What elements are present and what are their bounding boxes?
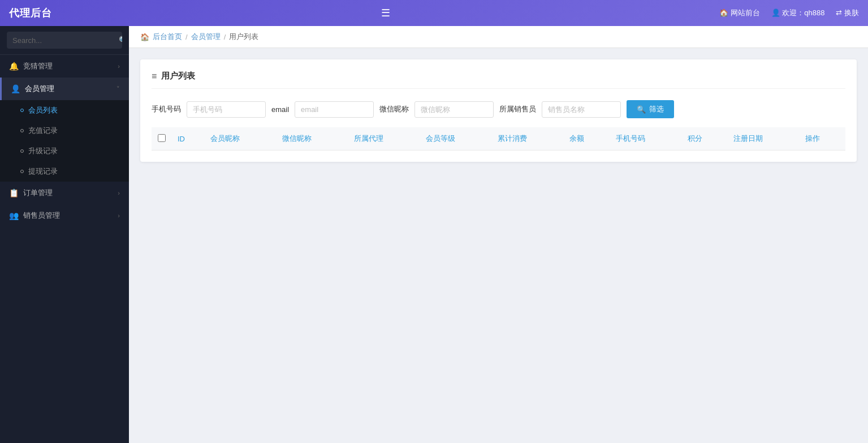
page-content: ≡ 用户列表 手机号码 email 微信昵称 所属销售员 🔍 筛选 (129, 48, 868, 443)
dot-icon (20, 129, 24, 132)
col-total-consumption: 累计消费 (492, 127, 564, 150)
sidebar-item-xiaoshou[interactable]: 👥 销售员管理 › (0, 204, 129, 227)
phone-input[interactable] (187, 101, 266, 118)
sidebar-item-dingdan[interactable]: 📋 订单管理 › (0, 182, 129, 204)
salesperson-icon: 👥 (9, 211, 19, 220)
sidebar-label-jingsai: 竞猜管理 (23, 61, 53, 71)
sidebar-label-chongzhi: 充值记录 (28, 126, 58, 136)
sidebar: 🔍 🔔 竞猜管理 › 👤 会员管理 ˅ 会员列表 (0, 26, 129, 443)
col-phone: 手机号码 (610, 127, 682, 150)
breadcrumb-current: 用户列表 (229, 32, 258, 42)
content-area: 🏠 后台首页 / 会员管理 / 用户列表 ≡ 用户列表 手机号码 email (129, 26, 868, 443)
chevron-down-icon: ˅ (116, 85, 120, 93)
filter-row: 手机号码 email 微信昵称 所属销售员 🔍 筛选 (152, 100, 845, 118)
email-input[interactable] (295, 101, 374, 118)
breadcrumb: 🏠 后台首页 / 会员管理 / 用户列表 (129, 26, 868, 48)
sidebar-item-chongzhi[interactable]: 充值记录 (0, 121, 129, 141)
sidebar-label-xiaoshou: 销售员管理 (23, 210, 60, 221)
col-checkbox (152, 127, 172, 150)
breadcrumb-sep-1: / (185, 33, 188, 41)
sidebar-label-huiyuan: 会员管理 (25, 84, 54, 94)
user-welcome: 👤 欢迎：qh888 (771, 8, 825, 18)
user-icon: 👤 (11, 84, 20, 93)
breadcrumb-parent-link[interactable]: 会员管理 (191, 32, 221, 42)
phone-label: 手机号码 (152, 104, 181, 114)
card-title: ≡ 用户列表 (152, 71, 845, 89)
seller-input[interactable] (542, 101, 621, 118)
dot-icon (20, 109, 24, 112)
col-actions: 操作 (800, 127, 845, 150)
breadcrumb-home-icon: 🏠 (140, 33, 149, 41)
chevron-right-icon-2: › (118, 190, 120, 196)
sidebar-label-shengji: 升级记录 (28, 146, 58, 156)
sidebar-label-dingdan: 订单管理 (23, 188, 53, 198)
col-register-date: 注册日期 (728, 127, 800, 150)
switch-skin-button[interactable]: ⇄ 换肤 (836, 8, 859, 18)
sidebar-item-huiyuan[interactable]: 👤 会员管理 ˅ (0, 78, 129, 100)
filter-btn-label: 筛选 (649, 104, 664, 114)
email-label: email (271, 105, 289, 114)
search-icon: 🔍 (637, 105, 646, 114)
col-balance: 余额 (564, 127, 610, 150)
col-id: ID (172, 127, 205, 150)
table-wrap: ID 会员昵称 微信昵称 所属代理 会员等级 累计消费 余额 手机号码 积分 注… (152, 127, 845, 150)
wechat-label: 微信昵称 (379, 104, 409, 114)
dot-icon (20, 149, 24, 153)
sidebar-label-huiyuan-list: 会员列表 (28, 105, 58, 115)
sidebar-item-tixian[interactable]: 提现记录 (0, 161, 129, 182)
breadcrumb-sep-2: / (224, 33, 226, 41)
breadcrumb-home-link[interactable]: 后台首页 (153, 32, 182, 42)
dot-icon (20, 170, 24, 173)
sidebar-item-shengji[interactable]: 升级记录 (0, 141, 129, 161)
order-icon: 📋 (9, 188, 19, 197)
page-title: 用户列表 (161, 71, 195, 81)
chevron-right-icon: › (118, 63, 120, 70)
search-button[interactable]: 🔍 (113, 32, 122, 49)
sidebar-search-container: 🔍 (0, 26, 129, 55)
filter-button[interactable]: 🔍 筛选 (627, 100, 674, 118)
sidebar-item-jingsai[interactable]: 🔔 竞猜管理 › (0, 55, 129, 78)
col-affiliated-agent: 所属代理 (348, 127, 420, 150)
col-member-level: 会员等级 (420, 127, 492, 150)
select-all-checkbox[interactable] (158, 134, 166, 142)
app-logo: 代理后台 (9, 6, 52, 20)
seller-label: 所属销售员 (499, 104, 536, 114)
bell-icon: 🔔 (9, 62, 19, 71)
col-points: 积分 (682, 127, 728, 150)
sub-nav-huiyuan: 会员列表 充值记录 升级记录 提现记录 (0, 100, 129, 182)
col-wechat-nickname: 微信昵称 (277, 127, 348, 150)
list-icon: ≡ (152, 71, 157, 81)
search-input[interactable] (7, 32, 113, 49)
sidebar-item-huiyuan-list[interactable]: 会员列表 (0, 100, 129, 121)
wechat-input[interactable] (414, 101, 494, 118)
user-table: ID 会员昵称 微信昵称 所属代理 会员等级 累计消费 余额 手机号码 积分 注… (152, 127, 845, 150)
col-member-nickname: 会员昵称 (205, 127, 277, 150)
sidebar-label-tixian: 提现记录 (28, 166, 58, 177)
site-link[interactable]: 🏠 网站前台 (719, 8, 760, 18)
menu-toggle-icon[interactable]: ☰ (377, 5, 395, 21)
chevron-right-icon-3: › (118, 212, 120, 219)
main-card: ≡ 用户列表 手机号码 email 微信昵称 所属销售员 🔍 筛选 (140, 59, 857, 162)
